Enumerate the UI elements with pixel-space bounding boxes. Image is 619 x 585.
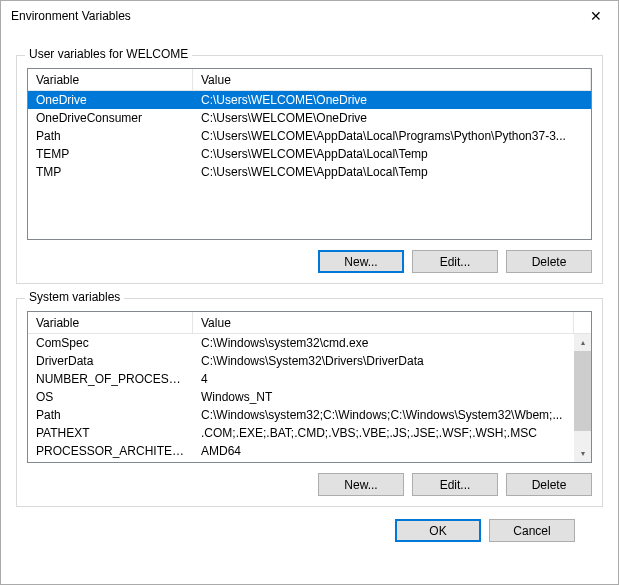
table-row[interactable]: DriverData C:\Windows\System32\Drivers\D… [28, 352, 574, 370]
titlebar: Environment Variables ✕ [1, 1, 618, 31]
cell-variable: OS [28, 390, 193, 404]
scroll-down-icon[interactable]: ▾ [574, 445, 591, 462]
user-group-label: User variables for WELCOME [25, 47, 192, 61]
col-variable[interactable]: Variable [28, 69, 193, 90]
cell-value: 4 [193, 372, 574, 386]
col-value[interactable]: Value [193, 69, 591, 90]
close-icon: ✕ [590, 8, 602, 24]
cell-variable: TEMP [28, 147, 193, 161]
system-variables-list[interactable]: Variable Value ComSpec C:\Windows\system… [27, 311, 592, 463]
cell-variable: DriverData [28, 354, 193, 368]
cell-value: C:\Windows\system32;C:\Windows;C:\Window… [193, 408, 574, 422]
system-delete-button[interactable]: Delete [506, 473, 592, 496]
table-row[interactable]: OS Windows_NT [28, 388, 574, 406]
close-button[interactable]: ✕ [573, 1, 618, 31]
system-new-button[interactable]: New... [318, 473, 404, 496]
cell-value: AMD64 [193, 444, 574, 458]
system-edit-button[interactable]: Edit... [412, 473, 498, 496]
col-value[interactable]: Value [193, 312, 574, 333]
cell-variable: OneDriveConsumer [28, 111, 193, 125]
cell-variable: NUMBER_OF_PROCESSORS [28, 372, 193, 386]
cancel-button[interactable]: Cancel [489, 519, 575, 542]
table-row[interactable]: ComSpec C:\Windows\system32\cmd.exe [28, 334, 574, 352]
system-list-body: ComSpec C:\Windows\system32\cmd.exe Driv… [28, 334, 574, 462]
cell-value: C:\Users\WELCOME\AppData\Local\Temp [193, 147, 591, 161]
user-variables-list[interactable]: Variable Value OneDrive C:\Users\WELCOME… [27, 68, 592, 240]
cell-value: C:\Users\WELCOME\OneDrive [193, 93, 591, 107]
dialog-footer: OK Cancel [16, 507, 603, 542]
table-row[interactable]: Path C:\Windows\system32;C:\Windows;C:\W… [28, 406, 574, 424]
table-row[interactable]: Path C:\Users\WELCOME\AppData\Local\Prog… [28, 127, 591, 145]
user-variables-group: User variables for WELCOME Variable Valu… [16, 55, 603, 284]
user-new-button[interactable]: New... [318, 250, 404, 273]
cell-variable: TMP [28, 165, 193, 179]
cell-variable: OneDrive [28, 93, 193, 107]
cell-value: C:\Users\WELCOME\AppData\Local\Temp [193, 165, 591, 179]
scrollbar[interactable]: ▴ ▾ [574, 334, 591, 462]
cell-value: C:\Users\WELCOME\OneDrive [193, 111, 591, 125]
cell-variable: Path [28, 408, 193, 422]
system-variables-group: System variables Variable Value ComSpec … [16, 298, 603, 507]
scroll-up-icon[interactable]: ▴ [574, 334, 591, 351]
table-row[interactable]: OneDriveConsumer C:\Users\WELCOME\OneDri… [28, 109, 591, 127]
user-delete-button[interactable]: Delete [506, 250, 592, 273]
cell-value: Windows_NT [193, 390, 574, 404]
user-edit-button[interactable]: Edit... [412, 250, 498, 273]
col-variable[interactable]: Variable [28, 312, 193, 333]
user-buttons: New... Edit... Delete [27, 250, 592, 273]
table-row[interactable]: NUMBER_OF_PROCESSORS 4 [28, 370, 574, 388]
table-row[interactable]: OneDrive C:\Users\WELCOME\OneDrive [28, 91, 591, 109]
cell-value: C:\Windows\system32\cmd.exe [193, 336, 574, 350]
cell-variable: ComSpec [28, 336, 193, 350]
table-row[interactable]: PROCESSOR_ARCHITECTURE AMD64 [28, 442, 574, 460]
system-list-header: Variable Value [28, 312, 591, 334]
table-row[interactable]: TEMP C:\Users\WELCOME\AppData\Local\Temp [28, 145, 591, 163]
ok-button[interactable]: OK [395, 519, 481, 542]
user-list-header: Variable Value [28, 69, 591, 91]
table-row[interactable]: TMP C:\Users\WELCOME\AppData\Local\Temp [28, 163, 591, 181]
dialog-content: User variables for WELCOME Variable Valu… [1, 31, 618, 554]
system-buttons: New... Edit... Delete [27, 473, 592, 496]
scroll-thumb[interactable] [574, 351, 591, 431]
cell-value: C:\Windows\System32\Drivers\DriverData [193, 354, 574, 368]
cell-value: C:\Users\WELCOME\AppData\Local\Programs\… [193, 129, 591, 143]
cell-variable: PROCESSOR_ARCHITECTURE [28, 444, 193, 458]
table-row[interactable]: PATHEXT .COM;.EXE;.BAT;.CMD;.VBS;.VBE;.J… [28, 424, 574, 442]
system-group-label: System variables [25, 290, 124, 304]
window-title: Environment Variables [11, 9, 131, 23]
cell-variable: PATHEXT [28, 426, 193, 440]
cell-value: .COM;.EXE;.BAT;.CMD;.VBS;.VBE;.JS;.JSE;.… [193, 426, 574, 440]
user-list-body: OneDrive C:\Users\WELCOME\OneDrive OneDr… [28, 91, 591, 239]
cell-variable: Path [28, 129, 193, 143]
